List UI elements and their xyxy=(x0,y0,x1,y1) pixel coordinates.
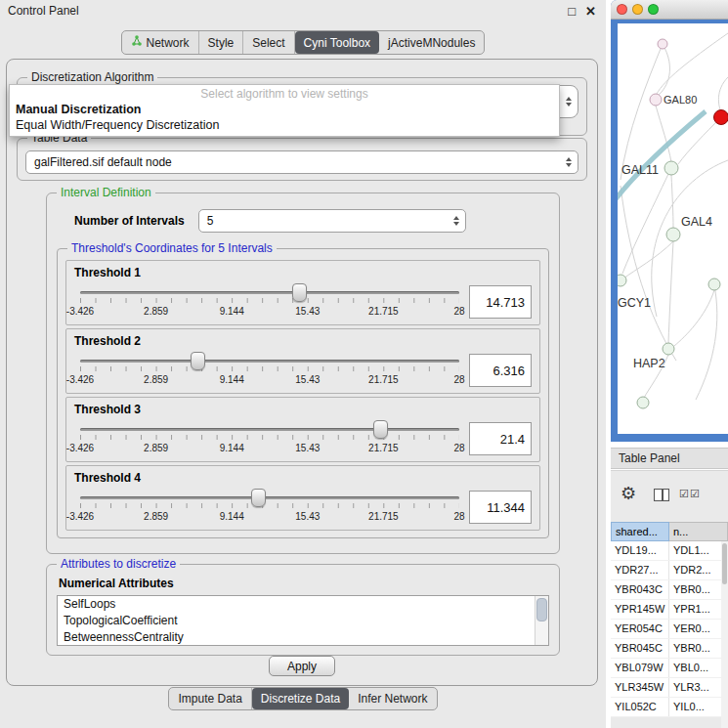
scrollbar-thumb[interactable] xyxy=(536,598,547,621)
table-row[interactable]: YBL079WYBL0... xyxy=(611,659,728,678)
table-row[interactable]: YBR045CYBR0... xyxy=(611,639,728,659)
table-panel-title: Table Panel xyxy=(619,451,680,465)
slider-thumb[interactable] xyxy=(373,420,388,439)
list-item[interactable]: TopologicalCoefficient xyxy=(58,613,548,629)
node[interactable] xyxy=(658,39,667,49)
table-panel: ⚙ ☑☑ shared... n... YDL19...YDL1... YDR2… xyxy=(611,470,728,728)
dropdown-option-manual[interactable]: Manual Discretization xyxy=(10,102,559,117)
list-item[interactable]: BetweennessCentrality xyxy=(58,629,548,646)
threshold-2-value-field[interactable]: 6.316 xyxy=(469,354,532,387)
threshold-4-slider[interactable]: -3.4262.8599.14415.4321.71528 xyxy=(80,486,459,529)
slider-track[interactable] xyxy=(80,428,459,431)
tab-label: Select xyxy=(252,36,284,50)
table-toolbar: ⚙ ☑☑ xyxy=(611,477,728,514)
checkbox-icon: ☑ xyxy=(690,488,701,499)
cell: YDL19... xyxy=(611,541,669,560)
cell: YLR3... xyxy=(669,678,728,697)
table-scrollbar[interactable] xyxy=(721,541,728,728)
table-row[interactable]: YER054CYER0... xyxy=(611,620,728,639)
table-data-combobox[interactable]: galFiltered.sif default node xyxy=(25,150,578,174)
scale-label: 15.43 xyxy=(295,374,320,385)
tab-jactivemnodules[interactable]: jActiveMNodules xyxy=(379,31,484,54)
cell: YPR145W xyxy=(611,600,669,619)
tab-select[interactable]: Select xyxy=(243,31,294,54)
table-row[interactable]: YDL19...YDL1... xyxy=(611,541,728,561)
slider-thumb[interactable] xyxy=(191,352,205,370)
slider-track[interactable] xyxy=(80,496,459,499)
cell: YER054C xyxy=(611,620,669,638)
node-hap2[interactable] xyxy=(663,343,674,355)
tab-infer-network[interactable]: Infer Network xyxy=(349,688,436,709)
select-columns-icons[interactable]: ☑☑ xyxy=(679,488,701,500)
scale-label: 21.715 xyxy=(368,511,399,522)
table-row[interactable]: YLR345WYLR3... xyxy=(611,678,728,698)
cell: YER0... xyxy=(669,620,728,638)
network-window-titlebar[interactable] xyxy=(611,0,728,20)
column-header-name[interactable]: n... xyxy=(669,522,728,541)
close-traffic-icon[interactable] xyxy=(617,4,627,15)
minimize-traffic-icon[interactable] xyxy=(632,4,643,15)
table-row[interactable]: YPR145WYPR1... xyxy=(611,600,728,620)
node[interactable] xyxy=(708,278,720,290)
slider-track[interactable] xyxy=(80,360,459,363)
node-label: GAL11 xyxy=(621,163,659,177)
tab-style[interactable]: Style xyxy=(199,31,244,54)
threshold-1-panel: Threshold 1 -3.4262.8599.14415.4321.7152… xyxy=(65,260,540,325)
close-icon[interactable]: ✕ xyxy=(585,5,596,18)
table-panel-header: Table Panel xyxy=(611,448,728,469)
number-of-intervals-combobox[interactable]: 5 xyxy=(198,209,466,233)
tab-cyni-toolbox[interactable]: Cyni Toolbox xyxy=(295,31,379,54)
node-gal4[interactable] xyxy=(666,228,680,241)
node-label: GAL80 xyxy=(664,94,697,106)
table-row[interactable]: YBR043CYBR0... xyxy=(611,580,728,600)
slider-thumb[interactable] xyxy=(251,489,266,507)
slider-ticks xyxy=(80,298,459,303)
slider-thumb[interactable] xyxy=(292,283,307,302)
scale-label: 15.43 xyxy=(295,306,320,317)
columns-icon[interactable] xyxy=(654,489,669,501)
list-item[interactable]: SelfLoops xyxy=(58,596,548,613)
node-gal80[interactable] xyxy=(650,94,662,106)
combo-value: 5 xyxy=(207,214,448,228)
slider-ticks xyxy=(80,366,459,371)
threshold-1-value-field[interactable]: 14.713 xyxy=(469,285,532,319)
scale-label: 2.859 xyxy=(144,443,168,453)
slider-track[interactable] xyxy=(80,291,459,294)
cell: YBR0... xyxy=(669,580,728,599)
tab-discretize-data[interactable]: Discretize Data xyxy=(252,688,349,709)
attributes-list[interactable]: SelfLoops TopologicalCoefficient Between… xyxy=(57,595,549,646)
threshold-2-slider[interactable]: -3.4262.8599.14415.4321.71528 xyxy=(80,349,459,392)
control-panel: Control Panel □ ✕ Network Style Select C… xyxy=(0,0,606,728)
zoom-traffic-icon[interactable] xyxy=(648,4,659,15)
node-table: shared... n... YDL19...YDL1... YDR27...Y… xyxy=(611,522,728,728)
node[interactable] xyxy=(637,397,649,408)
tab-network[interactable]: Network xyxy=(122,31,199,54)
float-window-icon[interactable]: □ xyxy=(568,5,576,18)
threshold-coordinates-group: Threshold's Coordinates for 5 Intervals … xyxy=(57,248,549,538)
scrollbar-thumb[interactable] xyxy=(722,543,727,584)
node-selected-red[interactable] xyxy=(714,110,728,125)
network-canvas[interactable]: GAL80 GAL11 GAL4 GCY1 HAP2 xyxy=(618,23,728,434)
dropdown-option-equal-width[interactable]: Equal Width/Frequency Discretization xyxy=(10,117,559,133)
table-row[interactable]: YDR27...YDR2... xyxy=(611,561,728,580)
network-icon xyxy=(131,35,143,50)
gear-icon[interactable]: ⚙ xyxy=(621,485,636,502)
scale-label: 28 xyxy=(453,306,464,317)
list-scrollbar[interactable] xyxy=(535,596,548,645)
tab-label: Impute Data xyxy=(178,692,241,706)
threshold-1-slider[interactable]: -3.4262.8599.14415.4321.71528 xyxy=(80,280,459,323)
threshold-4-value-field[interactable]: 11.344 xyxy=(469,491,532,524)
threshold-3-slider[interactable]: -3.4262.8599.14415.4321.71528 xyxy=(80,417,459,460)
node-gal11[interactable] xyxy=(664,161,678,175)
checkbox-icon: ☑ xyxy=(679,488,690,499)
tab-impute-data[interactable]: Impute Data xyxy=(169,688,251,709)
scale-label: 2.859 xyxy=(144,306,168,317)
column-header-shared-name[interactable]: shared... xyxy=(611,522,669,541)
apply-button[interactable]: Apply xyxy=(269,656,335,676)
node-label: GAL4 xyxy=(681,215,712,229)
node-gcy1[interactable] xyxy=(618,275,626,286)
threshold-label: Threshold 3 xyxy=(74,403,532,416)
cell: YPR1... xyxy=(669,600,728,619)
threshold-3-value-field[interactable]: 21.4 xyxy=(469,422,532,455)
table-row[interactable]: YIL052CYIL0... xyxy=(611,698,728,717)
